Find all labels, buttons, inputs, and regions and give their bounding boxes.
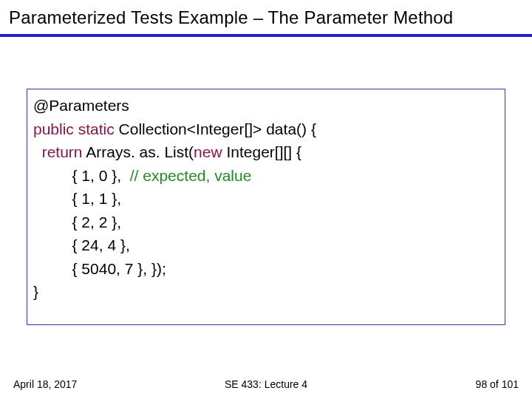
code-line-6: { 2, 2 }, (33, 211, 499, 234)
keyword-public: public (33, 120, 74, 137)
comment: // expected, value (130, 167, 252, 184)
code-line-5: { 1, 1 }, (33, 187, 499, 211)
code-line-8: { 5040, 7 }, }); (33, 257, 499, 281)
code-line-7: { 24, 4 }, (33, 233, 499, 257)
code-line-2: public static Collection<Integer[]> data… (33, 117, 499, 141)
annotation: @Parameters (33, 97, 129, 114)
code-text: Integer[][] { (222, 143, 301, 160)
code-text: Arrays. as. List( (83, 143, 194, 160)
footer-center: SE 433: Lecture 4 (225, 378, 307, 390)
code-line-9: } (33, 280, 499, 304)
code-line-4: { 1, 0 }, // expected, value (33, 164, 499, 188)
code-line-3: return Arrays. as. List(new Integer[][] … (33, 140, 499, 164)
slide: Parameterized Tests Example – The Parame… (0, 0, 532, 399)
keyword-new: new (194, 143, 222, 160)
code-text: { 1, 0 }, (33, 167, 130, 184)
code-line-1: @Parameters (33, 94, 499, 117)
code-text: Collection<Integer[]> data() { (115, 120, 316, 137)
slide-title: Parameterized Tests Example – The Parame… (9, 7, 523, 28)
code-block: @Parameters public static Collection<Int… (27, 89, 505, 325)
footer-page: 98 of 101 (476, 378, 519, 390)
keyword-static: static (74, 120, 115, 137)
keyword-return: return (33, 143, 83, 160)
title-underline (0, 34, 532, 37)
footer-date: April 18, 2017 (13, 378, 77, 390)
footer: April 18, 2017 SE 433: Lecture 4 98 of 1… (0, 378, 532, 390)
title-region: Parameterized Tests Example – The Parame… (0, 0, 532, 33)
